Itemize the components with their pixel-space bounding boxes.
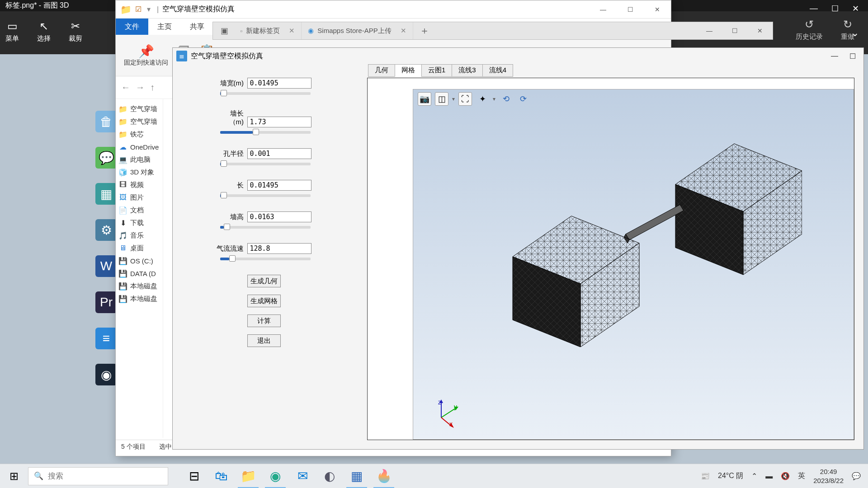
tab-home[interactable]: 主页 [148,19,181,35]
dropdown-icon[interactable]: ▾ [452,96,455,102]
tree-item[interactable]: 📁空气穿墙 [118,103,161,115]
param-input[interactable] [247,243,311,254]
close-button[interactable]: ✕ [644,0,671,19]
maximize-icon[interactable]: ☐ [831,4,839,14]
select-button[interactable]: ↖ 选择 [37,20,51,43]
explorer-titlebar[interactable]: 📁 ☑ ▾ | 空气穿墙壁空模拟仿真 — ☐ ✕ [116,0,671,19]
store-icon[interactable]: 🛍 [209,464,233,488]
viewport-tab[interactable]: 流线4 [482,64,513,77]
tray-chevron-icon[interactable]: ⌃ [751,472,757,480]
tab-actions-icon[interactable]: ▣ [213,26,236,36]
cube-icon[interactable]: ◫ [435,92,448,106]
notification-icon[interactable]: 💬 [852,472,861,480]
fit-icon[interactable]: ⛶ [458,92,472,106]
forward-button[interactable]: → [136,82,145,93]
tree-item[interactable]: 📁铁芯 [118,128,161,141]
minimize-icon[interactable]: — [810,4,818,14]
camera-icon[interactable]: 📷 [418,92,431,106]
task-view-icon[interactable]: ⊟ [182,464,206,488]
axes-icon[interactable]: ✦ [476,92,489,106]
browser-maximize[interactable]: ☐ [722,22,747,40]
rotate-ccw-icon[interactable]: ⟳ [516,92,530,106]
crop-button[interactable]: ✂ 裁剪 [69,20,82,43]
browser-tab-simapps[interactable]: ◉ Simapps Store-APP上传 ✕ [302,22,413,39]
sim-button-生成网格[interactable]: 生成网格 [247,295,281,307]
tree-item[interactable]: 📁空气穿墙 [118,115,161,128]
sim-app-icon[interactable]: ▦ [344,464,369,488]
viewport-frame: 📷 ◫ ▾ ⛶ ✦ ▾ ⟲ ⟳ [367,78,854,440]
param-slider[interactable] [220,92,311,95]
tree-item[interactable]: 🧊3D 对象 [118,166,161,178]
folder-icon: 📁 [120,4,132,15]
tree-item[interactable]: 🎞视频 [118,178,161,191]
sim-titlebar[interactable]: ≣ 空气穿墙壁空模拟仿真 — ☐ [173,48,863,64]
tree-item[interactable]: 💾DATA (D [118,267,161,280]
weather-text[interactable]: 24°C 阴 [718,471,743,481]
sim-button-生成几何[interactable]: 生成几何 [247,275,281,287]
param-input[interactable] [247,78,311,89]
tree-item[interactable]: 💾本地磁盘 [118,292,161,305]
tree-item[interactable]: 💻此电脑 [118,153,161,166]
tree-item[interactable]: ☁OneDrive [118,141,161,153]
dropdown-icon[interactable]: ▾ [147,5,151,14]
new-tab-button[interactable]: ＋ [413,24,436,38]
crop-label: 裁剪 [69,34,82,42]
search-box[interactable]: 🔍 搜索 [28,467,168,485]
tab-file[interactable]: 文件 [116,19,148,35]
param-input[interactable] [247,148,311,159]
menu-button[interactable]: ▭ 菜单 [5,20,19,43]
tree-item[interactable]: 🎵音乐 [118,229,161,242]
tree-item[interactable]: 💾本地磁盘 [118,280,161,292]
mail-icon[interactable]: ✉ [290,464,315,488]
param-input[interactable] [247,117,311,127]
start-button[interactable]: ⊞ [0,464,28,488]
viewport-tab[interactable]: 几何 [368,64,395,77]
viewport-tab[interactable]: 网格 [395,64,422,77]
dropdown-icon[interactable]: ▾ [493,96,495,102]
3d-viewport[interactable]: 📷 ◫ ▾ ⛶ ✦ ▾ ⟲ ⟳ [413,89,854,440]
back-button[interactable]: ← [121,82,130,93]
param-slider[interactable] [220,194,311,197]
param-input[interactable] [247,211,311,222]
rotate-icon[interactable]: ⟲ [499,92,513,106]
close-icon[interactable]: ✕ [852,4,859,14]
tree-item[interactable]: 💾OS (C:) [118,254,161,267]
edge-icon[interactable]: ◉ [263,464,288,488]
paint3d-icon[interactable]: 🔥 [372,464,396,488]
param-input[interactable] [247,180,311,191]
tab-close-icon[interactable]: ✕ [289,27,295,35]
browser-minimize[interactable]: — [697,22,722,40]
browser-close[interactable]: ✕ [747,22,773,40]
minimize-button[interactable]: — [590,0,617,19]
viewport-tab[interactable]: 流线3 [452,64,482,77]
collapse-icon[interactable]: ⌄ [851,27,859,39]
ime-indicator[interactable]: 英 [798,471,805,481]
tree-item[interactable]: ⬇下载 [118,216,161,229]
param-slider[interactable] [220,163,311,165]
param-slider[interactable] [220,226,311,229]
tree-item[interactable]: 📄文档 [118,204,161,216]
maximize-button[interactable]: ☐ [617,0,644,19]
browser-tab-new[interactable]: ▫ 新建标签页 ✕ [236,22,302,39]
tab-share[interactable]: 共享 [181,19,213,35]
news-icon[interactable]: 📰 [701,472,710,480]
param-slider[interactable] [220,258,311,260]
app-icon[interactable]: ◐ [317,464,342,488]
up-button[interactable]: ↑ [150,82,155,93]
tree-item[interactable]: 🖼图片 [118,191,161,204]
sim-minimize[interactable]: — [826,48,844,64]
tree-item[interactable]: 🖥桌面 [118,242,161,254]
viewport-tab[interactable]: 云图1 [421,64,452,77]
volume-icon[interactable]: 🔇 [781,472,790,480]
pin-button[interactable]: 📌 固定到快速访问 [120,42,172,69]
sim-button-退出[interactable]: 退出 [247,334,281,347]
explorer-icon[interactable]: 📁 [236,464,260,488]
param-slider[interactable] [220,131,311,134]
history-button[interactable]: ↺ 历史记录 [796,18,823,41]
y-axis-label: y [454,403,457,410]
tab-close-icon[interactable]: ✕ [401,27,406,35]
sim-button-计算[interactable]: 计算 [247,314,281,327]
battery-icon[interactable]: ▬ [765,472,773,480]
sim-maximize[interactable]: ☐ [844,48,862,64]
clock[interactable]: 20:49 2023/8/22 [813,467,844,485]
